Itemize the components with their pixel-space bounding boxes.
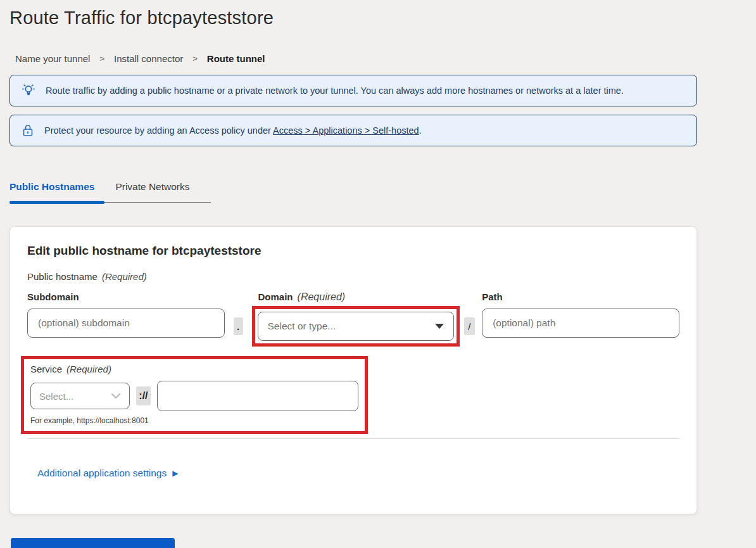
- route-traffic-page: Route Traffic for btcpayteststore Name y…: [0, 0, 756, 548]
- additional-settings-label: Additional application settings: [37, 468, 167, 479]
- service-type-select[interactable]: Select...: [30, 383, 130, 409]
- service-label: Service(Required): [30, 364, 358, 374]
- subdomain-input[interactable]: [27, 309, 225, 338]
- path-input[interactable]: [482, 309, 679, 338]
- route-info-text: Route traffic by adding a public hostnam…: [46, 86, 624, 96]
- domain-select-placeholder: Select or type...: [268, 321, 336, 332]
- service-url-input[interactable]: [157, 381, 358, 411]
- access-policy-text: Protect your resource by adding an Acces…: [44, 125, 422, 136]
- domain-highlight-box: Select or type...: [252, 306, 460, 347]
- domain-select[interactable]: Select or type...: [258, 312, 454, 341]
- tab-public-hostnames[interactable]: Public Hostnames: [9, 181, 94, 203]
- access-policy-text-before: Protect your resource by adding an Acces…: [44, 125, 273, 136]
- subdomain-label: Subdomain: [27, 291, 225, 302]
- subdomain-field-group: Subdomain: [27, 291, 225, 338]
- page-title: Route Traffic for btcpayteststore: [9, 8, 756, 29]
- service-type-placeholder: Select...: [39, 391, 73, 402]
- access-applications-link[interactable]: Access > Applications > Self-hosted: [273, 125, 419, 136]
- card-title: Edit public hostname for btcpayteststore: [27, 244, 679, 258]
- route-info-banner: Route traffic by adding a public hostnam…: [9, 75, 697, 106]
- path-field-group: Path: [482, 291, 679, 338]
- slash-separator: /: [464, 317, 476, 335]
- additional-application-settings-link[interactable]: Additional application settings ▶: [37, 468, 178, 479]
- breadcrumb-install-connector[interactable]: Install connector: [114, 53, 183, 64]
- required-tag: (Required): [66, 364, 111, 374]
- breadcrumb-name-your-tunnel[interactable]: Name your tunnel: [15, 53, 90, 64]
- edit-hostname-card: Edit public hostname for btcpayteststore…: [9, 226, 697, 514]
- save-tunnel-button[interactable]: Save btcpayteststore tunnel: [11, 538, 175, 548]
- domain-field-group: Domain(Required) Select or type...: [252, 291, 460, 347]
- expand-arrow-icon: ▶: [172, 469, 178, 477]
- card-divider: [27, 438, 679, 439]
- service-controls: Select... ://: [30, 381, 358, 411]
- lock-icon: [21, 123, 35, 138]
- tab-private-networks[interactable]: Private Networks: [115, 181, 189, 203]
- domain-label-row: Domain(Required): [258, 291, 460, 303]
- service-example-text: For example, https://localhost:8001: [30, 416, 358, 425]
- chevron-down-icon: [111, 390, 121, 402]
- breadcrumb: Name your tunnel > Install connector > R…: [9, 53, 756, 64]
- breadcrumb-separator: >: [99, 54, 104, 63]
- required-tag: (Required): [102, 271, 147, 282]
- hostname-fields-row: Subdomain . Domain(Required) Select or t…: [27, 291, 679, 347]
- lightbulb-icon: [21, 83, 36, 98]
- path-label: Path: [482, 291, 679, 302]
- access-policy-text-after: .: [419, 125, 422, 136]
- caret-down-icon: [435, 324, 444, 329]
- domain-label: Domain: [258, 291, 293, 302]
- breadcrumb-route-tunnel: Route tunnel: [207, 53, 265, 64]
- dot-separator: .: [234, 317, 243, 335]
- breadcrumb-separator: >: [192, 54, 198, 63]
- required-tag: (Required): [298, 291, 346, 302]
- scheme-separator: ://: [136, 386, 150, 405]
- public-hostname-label: Public hostname(Required): [27, 271, 679, 282]
- hostname-tabs: Public Hostnames Private Networks: [9, 181, 211, 203]
- access-policy-banner: Protect your resource by adding an Acces…: [9, 115, 697, 146]
- service-highlight-box: Service(Required) Select... :// For exam…: [21, 356, 368, 434]
